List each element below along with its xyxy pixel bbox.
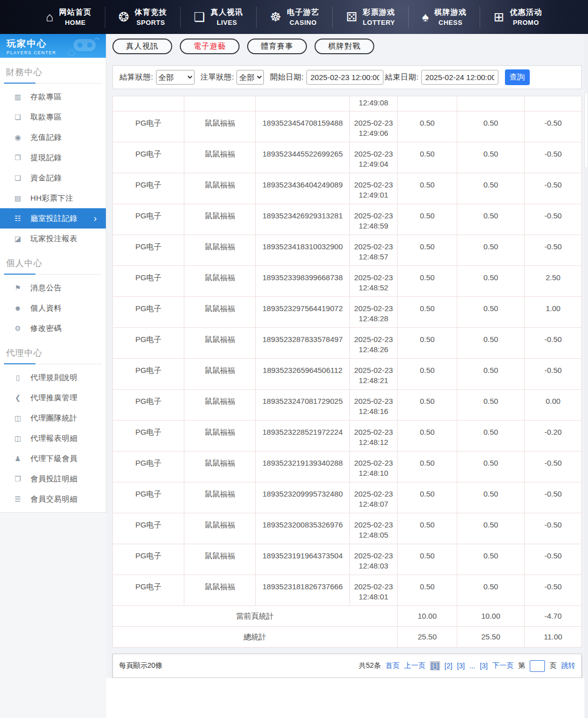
nav-item-lives[interactable]: ❏真人视讯LIVES bbox=[191, 8, 246, 26]
sidebar-item-label: 玩家投注報表 bbox=[30, 234, 77, 244]
sidebar-item-agent-promotion[interactable]: ❮代理推廣管理 bbox=[0, 388, 106, 408]
cell-valid-bet: 0.50 bbox=[457, 297, 525, 328]
cell-valid-bet bbox=[457, 96, 525, 111]
sidebar-item-player-bet-report[interactable]: ◪玩家投注報表 bbox=[0, 229, 106, 249]
cell-order-number: 1893523228521972224 bbox=[256, 421, 350, 451]
sidebar-item-member-bet-detail[interactable]: ❒會員投註明細 bbox=[0, 469, 106, 489]
cell-valid-bet: 0.50 bbox=[457, 204, 525, 235]
page-ellipsis[interactable]: ... bbox=[469, 662, 476, 670]
sidebar-item-recharge-records[interactable]: ◉充值記錄 bbox=[0, 127, 106, 147]
cell-game-name: 鼠鼠福福 bbox=[184, 544, 256, 575]
cell-platform: PG电子 bbox=[113, 266, 184, 297]
total-count: 共52条 bbox=[359, 661, 381, 670]
summary-valid-total: 10.00 bbox=[457, 606, 525, 627]
summary-winloss-total: 11.00 bbox=[525, 627, 582, 648]
table-row: PG电子鼠鼠福福18935231818267376662025-02-2312:… bbox=[113, 575, 582, 606]
cell-bet-amount bbox=[398, 96, 457, 111]
nav-item-chess[interactable]: ♠棋牌游戏CHESS bbox=[419, 8, 469, 26]
sidebar-header: 玩家中心 PLAYERS CENTER bbox=[0, 34, 106, 58]
sidebar-item-profile[interactable]: ☻個人資料 bbox=[0, 298, 106, 318]
tab-electronic-games[interactable]: 電子遊藝 bbox=[180, 39, 240, 54]
nav-item-promo[interactable]: ⊞优惠活动PROMO bbox=[490, 8, 545, 26]
end-date-input[interactable] bbox=[421, 70, 498, 85]
cell-bet-amount: 0.50 bbox=[398, 513, 457, 544]
sidebar-item-agent-team-stats[interactable]: ◫代理團隊統計 bbox=[0, 408, 106, 428]
cell-platform: PG电子 bbox=[113, 421, 184, 451]
bet-date: 2025-02-23 bbox=[350, 149, 397, 159]
sidebar-item-change-password[interactable]: ⚙修改密碼 bbox=[0, 318, 106, 338]
tab-chess-battle[interactable]: 棋牌對戰 bbox=[315, 39, 374, 54]
cell-bet-time: 2025-02-2312:48:52 bbox=[350, 266, 398, 297]
sidebar: 玩家中心 PLAYERS CENTER 財務中心▥存款專區❏取款專區◉充值記錄❐… bbox=[0, 34, 106, 718]
nav-item-casino[interactable]: ☸电子游艺CASINO bbox=[267, 8, 322, 26]
start-date-input[interactable] bbox=[306, 70, 383, 85]
cell-valid-bet: 0.50 bbox=[457, 513, 525, 544]
search-button[interactable]: 查詢 bbox=[505, 69, 530, 85]
sidebar-item-hh-lottery-bets[interactable]: ▤HH彩票下注 bbox=[0, 188, 106, 208]
sidebar-item-funds-records[interactable]: ❑資金記錄 bbox=[0, 168, 106, 188]
cell-valid-bet: 0.50 bbox=[457, 421, 525, 451]
page-scrollbar-track[interactable] bbox=[584, 34, 588, 718]
jump-link[interactable]: 跳转 bbox=[561, 661, 575, 670]
cell-bet-time: 2025-02-2312:48:26 bbox=[350, 328, 398, 359]
cell-platform: PG电子 bbox=[113, 482, 184, 513]
last-page-number-link[interactable]: [3] bbox=[480, 662, 488, 670]
page-2-link[interactable]: [2] bbox=[445, 662, 453, 670]
sidebar-item-label: 代理團隊統計 bbox=[30, 413, 77, 423]
bell-icon: ⚑ bbox=[13, 284, 23, 292]
end-date-label: 結束日期: bbox=[385, 72, 419, 82]
tab-sports-events[interactable]: 體育賽事 bbox=[247, 39, 307, 54]
nav-separator bbox=[105, 7, 105, 28]
cell-valid-bet: 0.50 bbox=[457, 111, 525, 142]
cell-bet-amount: 0.50 bbox=[398, 359, 457, 390]
sidebar-item-member-trans-detail[interactable]: ☰會員交易明細 bbox=[0, 489, 106, 509]
sidebar-item-announcements[interactable]: ⚑消息公告 bbox=[0, 278, 106, 298]
tab-live-video[interactable]: 真人視訊 bbox=[112, 39, 172, 54]
cell-bet-time: 2025-02-2312:48:05 bbox=[350, 513, 398, 544]
first-page-link[interactable]: 首页 bbox=[385, 661, 400, 670]
funds-icon: ❑ bbox=[13, 174, 23, 182]
page-1-current[interactable]: [1] bbox=[430, 661, 440, 670]
jump-label-post: 页 bbox=[550, 661, 557, 670]
sidebar-item-agent-rules[interactable]: ▯代理規則說明 bbox=[0, 367, 106, 388]
cell-order-number: 1893523219139340288 bbox=[256, 451, 350, 482]
summary-row: 總統計25.5025.5011.00 bbox=[113, 627, 582, 648]
cell-win-loss: -0.50 bbox=[525, 142, 582, 173]
cell-win-loss: -0.50 bbox=[525, 173, 582, 204]
nav-item-lottery[interactable]: ⚄彩票游戏LOTTERY bbox=[343, 8, 398, 26]
sidebar-item-withdraw-zone[interactable]: ❏取款專區 bbox=[0, 107, 106, 127]
page-scrollbar-thumb[interactable] bbox=[584, 92, 588, 168]
order-status-select[interactable]: 全部 bbox=[237, 70, 264, 85]
cell-win-loss: -0.20 bbox=[525, 421, 582, 451]
next-page-link[interactable]: 下一页 bbox=[492, 661, 514, 670]
nav-item-label-zh: 彩票游戏 bbox=[363, 8, 395, 17]
page-3-link[interactable]: [3] bbox=[457, 662, 465, 670]
nav-item-home[interactable]: ⌂网站首页HOME bbox=[43, 8, 95, 26]
sidebar-item-agent-sub-members[interactable]: ♟代理下級會員 bbox=[0, 448, 106, 469]
cell-platform: PG电子 bbox=[113, 297, 184, 328]
cell-game-name: 鼠鼠福福 bbox=[184, 575, 256, 606]
nav-item-label-en: HOME bbox=[59, 19, 92, 26]
cell-win-loss: -0.50 bbox=[525, 544, 582, 575]
sidebar-item-agent-report-detail[interactable]: ◫代理報表明細 bbox=[0, 428, 106, 448]
chevron-right-icon: › bbox=[94, 213, 97, 224]
nav-item-sports[interactable]: ❂体育竞技SPORTS bbox=[115, 8, 170, 26]
cell-bet-amount: 0.50 bbox=[398, 204, 457, 235]
jump-page-input[interactable] bbox=[530, 660, 545, 672]
cell-order-number: 1893523200835326976 bbox=[256, 513, 350, 544]
cell-order-number: 1893523445522699265 bbox=[256, 142, 350, 173]
sidebar-item-withdraw-records[interactable]: ❐提現記錄 bbox=[0, 147, 106, 168]
clipboard-icon: ❒ bbox=[13, 475, 23, 483]
cell-bet-amount: 0.50 bbox=[398, 235, 457, 266]
gamepad-icon bbox=[66, 37, 100, 56]
cell-valid-bet: 0.50 bbox=[457, 142, 525, 173]
jump-label-pre: 第 bbox=[518, 661, 525, 670]
cell-order-number: 1893523418310032900 bbox=[256, 235, 350, 266]
cell-bet-time: 2025-02-2312:48:07 bbox=[350, 482, 398, 513]
prev-page-link[interactable]: 上一页 bbox=[404, 661, 425, 670]
cell-order-number: 1893523297564419072 bbox=[256, 297, 350, 328]
settle-status-select[interactable]: 全部 bbox=[156, 70, 194, 85]
cell-platform: PG电子 bbox=[113, 142, 184, 173]
sidebar-item-deposit-zone[interactable]: ▥存款專區 bbox=[0, 87, 106, 107]
sidebar-item-room-bet-records[interactable]: ☷廳室投註記錄› bbox=[0, 208, 106, 229]
